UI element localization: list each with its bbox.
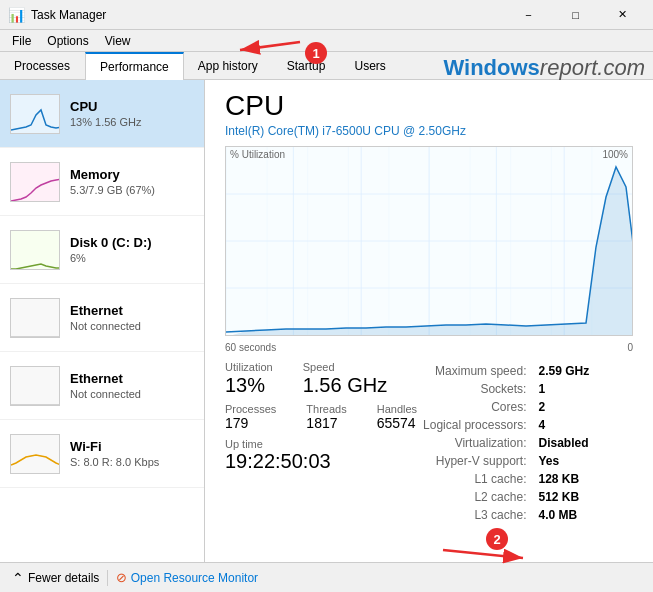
tab-performance[interactable]: Performance <box>85 52 184 80</box>
right-stat-label-6: L1 cache: <box>419 471 532 487</box>
window-controls: − □ ✕ <box>506 0 645 30</box>
right-stat-label-5: Hyper-V support: <box>419 453 532 469</box>
svg-rect-1 <box>11 163 60 202</box>
sidebar-item-cpu[interactable]: CPU 13% 1.56 GHz <box>0 80 204 148</box>
wifi-detail: S: 8.0 R: 8.0 Kbps <box>70 456 194 468</box>
bottombar: ⌃ Fewer details ⊘ Open Resource Monitor <box>0 562 653 592</box>
sidebar: CPU 13% 1.56 GHz Memory 5.3/7.9 GB (67%) <box>0 80 205 562</box>
right-stat-value-3: 4 <box>534 417 593 433</box>
menu-options[interactable]: Options <box>39 32 96 50</box>
right-stat-value-6: 128 KB <box>534 471 593 487</box>
memory-label: Memory <box>70 167 194 182</box>
maximize-button[interactable]: □ <box>553 0 598 30</box>
resource-monitor-icon: ⊘ <box>116 570 127 585</box>
threads-value: 1817 <box>306 415 346 432</box>
right-stat-value-1: 1 <box>534 381 593 397</box>
cpu-label: CPU <box>70 99 194 114</box>
disk-info: Disk 0 (C: D:) 6% <box>70 235 194 264</box>
speed-label: Speed <box>303 361 387 373</box>
speed-stat: Speed 1.56 GHz <box>303 361 387 397</box>
chart-time-labels: 60 seconds 0 <box>205 340 653 355</box>
eth1-thumbnail <box>10 298 60 338</box>
cpu-chart: % Utilization 100% <box>225 146 633 336</box>
chart-time-left: 60 seconds <box>225 342 276 353</box>
eth1-detail: Not connected <box>70 320 194 332</box>
right-stat-label-2: Cores: <box>419 399 532 415</box>
utilization-label: Utilization <box>225 361 273 373</box>
eth2-label: Ethernet <box>70 371 194 386</box>
annotation-2: 2 <box>486 528 508 550</box>
handles-stat: Handles 65574 <box>377 403 417 432</box>
memory-thumbnail <box>10 162 60 202</box>
sidebar-item-wifi[interactable]: Wi-Fi S: 8.0 R: 8.0 Kbps <box>0 420 204 488</box>
eth2-detail: Not connected <box>70 388 194 400</box>
resource-monitor-link[interactable]: ⊘ Open Resource Monitor <box>116 570 258 585</box>
eth1-label: Ethernet <box>70 303 194 318</box>
eth1-info: Ethernet Not connected <box>70 303 194 332</box>
chevron-up-icon: ⌃ <box>12 570 24 586</box>
sidebar-item-ethernet2[interactable]: Ethernet Not connected <box>0 352 204 420</box>
disk-detail: 6% <box>70 252 194 264</box>
speed-value: 1.56 GHz <box>303 373 387 397</box>
chart-y-max: 100% <box>602 149 628 160</box>
tab-users[interactable]: Users <box>340 52 400 79</box>
sidebar-item-ethernet1[interactable]: Ethernet Not connected <box>0 284 204 352</box>
fewer-details-button[interactable]: ⌃ Fewer details <box>12 570 99 586</box>
cpu-detail: 13% 1.56 GHz <box>70 116 194 128</box>
uptime-stat: Up time 19:22:50:03 <box>225 438 417 473</box>
tab-processes[interactable]: Processes <box>0 52 85 79</box>
svg-rect-4 <box>11 367 60 406</box>
stats-split: Utilization 13% Speed 1.56 GHz Processes <box>225 361 633 525</box>
tab-app-history[interactable]: App history <box>184 52 273 79</box>
wifi-label: Wi-Fi <box>70 439 194 454</box>
bottombar-separator <box>107 570 108 586</box>
handles-label: Handles <box>377 403 417 415</box>
processes-value: 179 <box>225 415 276 432</box>
wifi-thumbnail <box>10 434 60 474</box>
resource-monitor-label: Open Resource Monitor <box>131 571 258 585</box>
stats-row-2: Processes 179 Threads 1817 Handles 65574 <box>225 403 417 432</box>
threads-stat: Threads 1817 <box>306 403 346 432</box>
content-title: CPU <box>225 90 633 122</box>
memory-detail: 5.3/7.9 GB (67%) <box>70 184 194 196</box>
right-stat-row-2: Cores:2 <box>419 399 593 415</box>
disk-label: Disk 0 (C: D:) <box>70 235 194 250</box>
right-stat-label-3: Logical processors: <box>419 417 532 433</box>
processes-label: Processes <box>225 403 276 415</box>
annotation-1: 1 <box>305 42 327 64</box>
right-stat-value-4: Disabled <box>534 435 593 451</box>
right-stat-row-5: Hyper-V support:Yes <box>419 453 593 469</box>
right-stat-row-0: Maximum speed:2.59 GHz <box>419 363 593 379</box>
right-stats-table: Maximum speed:2.59 GHzSockets:1Cores:2Lo… <box>417 361 595 525</box>
eth2-info: Ethernet Not connected <box>70 371 194 400</box>
right-stat-value-8: 4.0 MB <box>534 507 593 523</box>
uptime-label: Up time <box>225 438 417 450</box>
right-stat-label-4: Virtualization: <box>419 435 532 451</box>
handles-value: 65574 <box>377 415 417 432</box>
sidebar-item-disk[interactable]: Disk 0 (C: D:) 6% <box>0 216 204 284</box>
content-header: CPU Intel(R) Core(TM) i7-6500U CPU @ 2.5… <box>205 80 653 142</box>
close-button[interactable]: ✕ <box>600 0 645 30</box>
svg-rect-3 <box>11 299 60 338</box>
menu-file[interactable]: File <box>4 32 39 50</box>
main-container: CPU 13% 1.56 GHz Memory 5.3/7.9 GB (67%) <box>0 80 653 562</box>
right-stat-label-8: L3 cache: <box>419 507 532 523</box>
minimize-button[interactable]: − <box>506 0 551 30</box>
stats-row-1: Utilization 13% Speed 1.56 GHz <box>225 361 417 397</box>
eth2-thumbnail <box>10 366 60 406</box>
right-stat-value-0: 2.59 GHz <box>534 363 593 379</box>
right-stat-row-1: Sockets:1 <box>419 381 593 397</box>
stats-container: Utilization 13% Speed 1.56 GHz Processes <box>205 355 653 525</box>
sidebar-item-memory[interactable]: Memory 5.3/7.9 GB (67%) <box>0 148 204 216</box>
wifi-info: Wi-Fi S: 8.0 R: 8.0 Kbps <box>70 439 194 468</box>
memory-info: Memory 5.3/7.9 GB (67%) <box>70 167 194 196</box>
right-stat-label-7: L2 cache: <box>419 489 532 505</box>
cpu-thumbnail <box>10 94 60 134</box>
right-stat-row-4: Virtualization:Disabled <box>419 435 593 451</box>
titlebar: 📊 Task Manager − □ ✕ <box>0 0 653 30</box>
window-title: Task Manager <box>31 8 506 22</box>
menu-view[interactable]: View <box>97 32 139 50</box>
stats-right: Maximum speed:2.59 GHzSockets:1Cores:2Lo… <box>417 361 633 525</box>
cpu-info: CPU 13% 1.56 GHz <box>70 99 194 128</box>
right-stat-row-6: L1 cache:128 KB <box>419 471 593 487</box>
